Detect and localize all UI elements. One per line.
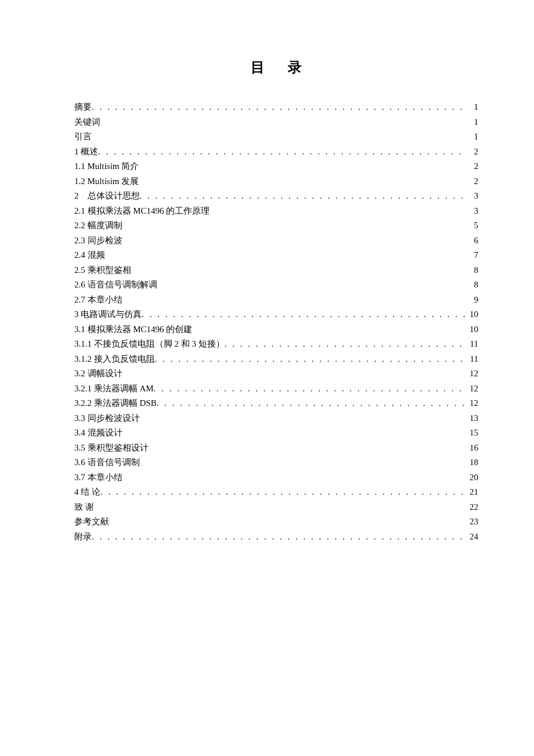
toc-entry: 1.1 Multisim 简介2 [74,159,478,173]
toc-leader-dots: . . . . . . . . . . . . . . . . . . . . … [225,337,467,351]
toc-leader-dots: . . . . . . . . . . . . . . . . . . . . … [142,307,467,321]
toc-entry-page: 18 [467,455,478,469]
toc-entry-page: 3 [467,204,478,218]
document-page: 目录 摘要. . . . . . . . . . . . . . . . . .… [0,0,534,602]
toc-entry: 3.2 调幅设计12 [74,366,478,380]
toc-entry-page: 2 [467,159,478,173]
toc-entry-label: 3.2.1 乘法器调幅 AM [74,381,154,395]
toc-entry-page: 7 [467,248,478,262]
toc-entry-label: 2.7 本章小结 [74,293,122,307]
toc-leader-dots: . . . . . . . . . . . . . . . . . . . . … [92,100,467,114]
toc-entry-page: 23 [467,514,478,528]
toc-entry-label: 3.1.2 接入负反馈电阻 [74,352,155,366]
toc-entry: 2.5 乘积型鉴相8 [74,263,478,277]
toc-entry: 3.6 语音信号调制18 [74,455,478,469]
toc-entry-label: 3.5 乘积型鉴相设计 [74,441,149,455]
toc-entry: 关键词1 [74,115,478,129]
toc-entry-label: 3.2 调幅设计 [74,366,122,380]
toc-entry-page: 1 [467,115,478,129]
toc-leader-dots: . . . . . . . . . . . . . . . . . . . . … [100,485,467,499]
toc-entry-label: 附录 [74,530,92,543]
toc-entry-page: 8 [467,263,478,277]
toc-entry-page: 16 [467,441,478,455]
toc-entry-label: 2.5 乘积型鉴相 [74,263,131,277]
toc-entry-label: 3.2.2 乘法器调幅 DSB [74,396,157,410]
toc-entry: 3 电路调试与仿真. . . . . . . . . . . . . . . .… [74,307,478,321]
toc-entry-page: 22 [467,500,478,514]
toc-entry-label: 引言 [74,129,92,143]
toc-entry: 3.1 模拟乘法器 MC1496 的创建10 [74,322,478,336]
toc-leader-dots: . . . . . . . . . . . . . . . . . . . . … [157,396,467,410]
toc-entry: 3.3 同步检波设计13 [74,411,478,425]
toc-entry-label: 关键词 [74,115,100,129]
toc-leader-dots: . . . . . . . . . . . . . . . . . . . . … [154,381,467,395]
toc-entry-label: 3 电路调试与仿真 [74,307,142,321]
toc-entry-page: 1 [467,129,478,143]
toc-entry: 致 谢22 [74,500,478,514]
toc-entry: 3.2.2 乘法器调幅 DSB . . . . . . . . . . . . … [74,396,478,410]
toc-entry-page: 10 [467,307,478,321]
toc-entry-label: 3.7 本章小结 [74,470,122,484]
toc-entry-page: 20 [467,470,478,484]
toc-entry: 2.1 模拟乘法器 MC1496 的工作原理3 [74,204,478,218]
toc-entry-label: 3.1.1 不接负反馈电阻（脚 2 和 3 短接） [74,337,225,351]
toc-entry-label: 1 概述 [74,145,98,159]
toc-entry-page: 1 [467,100,478,114]
toc-entry: 3.7 本章小结20 [74,470,478,484]
toc-entry-page: 5 [467,218,478,232]
toc-entry-label: 摘要 [74,100,92,114]
toc-entry: 3.1.1 不接负反馈电阻（脚 2 和 3 短接）. . . . . . . .… [74,337,478,351]
toc-entry-page: 21 [467,485,478,499]
toc-entry-label: 1.1 Multisim 简介 [74,159,139,173]
toc-entry-page: 8 [467,278,478,291]
toc-entry-page: 12 [467,381,478,395]
toc-entry-page: 12 [467,366,478,380]
toc-entry-label: 3.4 混频设计 [74,426,122,440]
toc-entry-label: 2.1 模拟乘法器 MC1496 的工作原理 [74,204,210,218]
toc-entry-label: 1.2 Multisim 发展 [74,174,139,188]
toc-title: 目录 [98,58,478,77]
toc-leader-dots: . . . . . . . . . . . . . . . . . . . . … [140,189,467,203]
toc-entry-page: 2 [467,174,478,188]
toc-entry: 参考文献23 [74,514,478,528]
toc-entry-label: 2.2 幅度调制 [74,218,122,232]
toc-leader-dots: . . . . . . . . . . . . . . . . . . . . … [92,530,467,543]
toc-entry: 引言1 [74,129,478,143]
toc-entry-page: 6 [467,233,478,247]
toc-entry: 2.2 幅度调制5 [74,218,478,232]
toc-entry-page: 13 [467,411,478,425]
toc-entry: 3.5 乘积型鉴相设计16 [74,441,478,455]
toc-entry-label: 致 谢 [74,500,94,514]
toc-entry: 3.2.1 乘法器调幅 AM . . . . . . . . . . . . .… [74,381,478,395]
toc-entry-label: 2.3 同步检波 [74,233,122,247]
toc-entry-label: 2.6 语音信号调制解调 [74,278,157,291]
toc-entry: 3.1.2 接入负反馈电阻. . . . . . . . . . . . . .… [74,352,478,366]
toc-entry: 1.2 Multisim 发展2 [74,174,478,188]
table-of-contents: 摘要. . . . . . . . . . . . . . . . . . . … [74,100,478,543]
toc-entry-page: 11 [467,352,478,366]
toc-entry-page: 12 [467,396,478,410]
toc-entry: 2.3 同步检波6 [74,233,478,247]
toc-entry-page: 11 [467,337,478,351]
toc-entry-page: 3 [467,189,478,203]
toc-entry-label: 3.6 语音信号调制 [74,455,140,469]
toc-entry: 2 总体设计思想. . . . . . . . . . . . . . . . … [74,189,478,203]
toc-entry: 摘要. . . . . . . . . . . . . . . . . . . … [74,100,478,114]
toc-entry: 1 概述. . . . . . . . . . . . . . . . . . … [74,145,478,159]
toc-entry-page: 10 [467,322,478,336]
toc-entry-label: 3.3 同步检波设计 [74,411,140,425]
toc-entry-label: 4 结 论 [74,485,100,499]
toc-entry: 2.6 语音信号调制解调8 [74,278,478,291]
toc-entry-label: 2.4 混频 [74,248,105,262]
toc-entry-page: 2 [467,145,478,159]
toc-entry-page: 24 [467,530,478,543]
toc-leader-dots: . . . . . . . . . . . . . . . . . . . . … [98,145,467,159]
toc-entry-page: 9 [467,293,478,307]
toc-entry: 3.4 混频设计15 [74,426,478,440]
toc-entry-label: 参考文献 [74,514,109,528]
toc-entry: 4 结 论. . . . . . . . . . . . . . . . . .… [74,485,478,499]
toc-entry: 2.7 本章小结9 [74,293,478,307]
toc-entry: 2.4 混频7 [74,248,478,262]
toc-entry: 附录. . . . . . . . . . . . . . . . . . . … [74,530,478,543]
toc-entry-label: 2 总体设计思想 [74,189,140,203]
